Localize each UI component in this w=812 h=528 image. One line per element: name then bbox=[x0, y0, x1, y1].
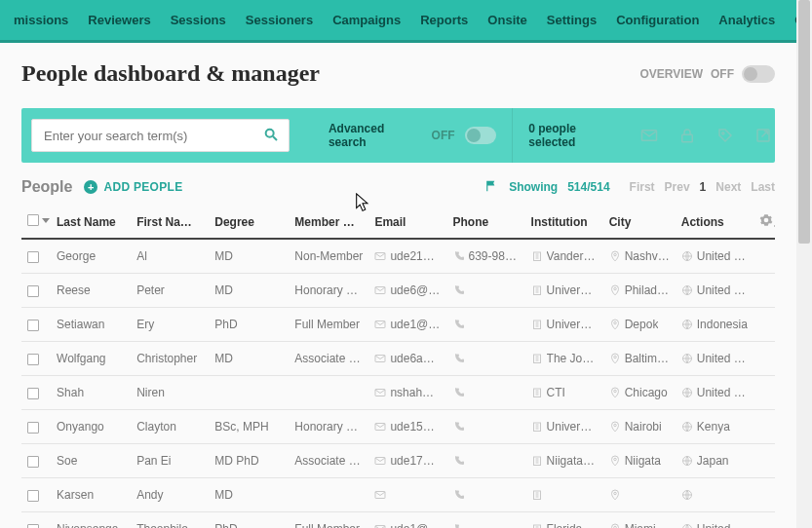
cell-first-name: Niren bbox=[131, 376, 209, 410]
svg-line-1 bbox=[273, 136, 277, 140]
svg-point-53 bbox=[613, 458, 616, 461]
col-header-member[interactable]: Member … bbox=[289, 206, 368, 239]
row-checkbox[interactable] bbox=[27, 251, 39, 263]
cell-country: United Sta… bbox=[676, 512, 754, 529]
cell-phone bbox=[447, 410, 525, 444]
pager-first[interactable]: First bbox=[630, 180, 655, 194]
svg-point-32 bbox=[613, 356, 616, 358]
row-checkbox[interactable] bbox=[27, 320, 39, 331]
table-row[interactable]: SoePan EiMD PhDAssociate me…ude17@m…Niig… bbox=[21, 444, 775, 478]
scrollbar-thumb[interactable] bbox=[798, 0, 810, 244]
row-checkbox-cell[interactable] bbox=[21, 376, 51, 410]
cell-gear-spacer bbox=[754, 342, 775, 376]
col-header-checkbox[interactable] bbox=[21, 206, 51, 239]
cell-institution-icon bbox=[531, 421, 543, 433]
col-header-email[interactable]: Email bbox=[368, 206, 446, 239]
search-input[interactable] bbox=[42, 128, 263, 144]
row-checkbox[interactable] bbox=[27, 490, 39, 502]
cell-first-name: Pan Ei bbox=[131, 444, 209, 478]
table-row[interactable]: SetiawanEryPhDFull Memberude1@ui.a…Unive… bbox=[21, 308, 775, 342]
cell-country bbox=[676, 478, 754, 512]
cell-city-icon bbox=[609, 523, 621, 528]
people-section-label: People bbox=[21, 178, 72, 196]
cell-first-name: Theophile bbox=[131, 512, 209, 529]
col-header-phone[interactable]: Phone bbox=[447, 206, 525, 239]
nav-item-campaigns[interactable]: Campaigns bbox=[323, 0, 410, 42]
row-checkbox-cell[interactable] bbox=[21, 274, 51, 308]
cell-email-icon bbox=[374, 523, 386, 528]
row-checkbox-cell[interactable] bbox=[21, 410, 51, 444]
cell-phone-icon bbox=[453, 250, 465, 262]
svg-point-25 bbox=[613, 321, 616, 324]
tag-selected-icon[interactable] bbox=[715, 124, 737, 147]
row-checkbox-cell[interactable] bbox=[21, 512, 51, 529]
nav-item-analytics[interactable]: Analytics bbox=[709, 0, 785, 42]
cell-city-icon bbox=[609, 455, 621, 467]
overview-toggle[interactable] bbox=[742, 65, 775, 83]
cell-member: Full Member bbox=[289, 308, 368, 342]
cell-country-icon bbox=[681, 421, 693, 433]
row-checkbox[interactable] bbox=[27, 388, 39, 399]
pager-next[interactable]: Next bbox=[715, 180, 741, 194]
cell-phone bbox=[447, 512, 525, 529]
mail-selected-icon[interactable] bbox=[638, 124, 661, 147]
cell-country: United Sta… bbox=[676, 239, 754, 274]
row-checkbox[interactable] bbox=[27, 456, 39, 468]
table-row[interactable]: GeorgeAlMDNon-Memberude21@va…639-984-5…V… bbox=[21, 239, 775, 274]
col-settings-gear[interactable] bbox=[754, 206, 775, 239]
cell-first-name: Ery bbox=[131, 308, 209, 342]
table-row[interactable]: WolfgangChristopherMDAssociate Me…ude6a@… bbox=[21, 342, 775, 376]
row-checkbox[interactable] bbox=[27, 422, 39, 434]
cell-institution-icon bbox=[531, 523, 543, 528]
search-icon[interactable] bbox=[263, 127, 279, 145]
row-checkbox-cell[interactable] bbox=[21, 308, 51, 342]
nav-item-reviewers[interactable]: Reviewers bbox=[78, 0, 160, 42]
nav-item-missions[interactable]: missions bbox=[4, 0, 78, 42]
col-header-actions[interactable]: Actions bbox=[676, 206, 754, 239]
svg-point-46 bbox=[613, 424, 616, 427]
nav-item-operation[interactable]: Operation bbox=[785, 0, 796, 42]
col-header-degree[interactable]: Degree bbox=[209, 206, 289, 239]
pager-last[interactable]: Last bbox=[751, 180, 775, 194]
search-box bbox=[31, 119, 290, 152]
row-checkbox[interactable] bbox=[27, 524, 39, 528]
row-checkbox-cell[interactable] bbox=[21, 342, 51, 376]
row-checkbox-cell[interactable] bbox=[21, 444, 51, 478]
cell-last-name: Niyonsenga bbox=[51, 512, 131, 529]
col-header-last-name[interactable]: Last Name bbox=[51, 206, 131, 239]
nav-item-settings[interactable]: Settings bbox=[537, 0, 606, 42]
row-checkbox[interactable] bbox=[27, 354, 39, 365]
row-checkbox-cell[interactable] bbox=[21, 478, 51, 512]
cell-member bbox=[289, 376, 368, 410]
table-row[interactable]: ShahNirennshah@co…CTIChicagoUnited Sta… bbox=[21, 376, 775, 410]
cell-email-icon bbox=[374, 353, 386, 364]
col-header-institution[interactable]: Institution bbox=[525, 206, 603, 239]
add-people-button[interactable]: + ADD PEOPLE bbox=[84, 180, 182, 194]
cell-degree bbox=[209, 376, 289, 410]
lock-selected-icon[interactable] bbox=[677, 124, 699, 147]
table-row[interactable]: NiyonsengaTheophilePhDFull Memberude1@fi… bbox=[21, 512, 775, 529]
nav-item-sessions[interactable]: Sessions bbox=[161, 0, 236, 42]
advanced-search-label[interactable]: Advanced search bbox=[329, 122, 422, 149]
cell-email-icon bbox=[374, 319, 386, 330]
cell-last-name: George bbox=[51, 239, 131, 274]
export-selected-icon[interactable] bbox=[753, 124, 775, 147]
row-checkbox[interactable] bbox=[27, 285, 39, 297]
advanced-search-toggle[interactable] bbox=[465, 127, 497, 144]
cell-gear-spacer bbox=[754, 410, 775, 444]
table-row[interactable]: KarsenAndyMD bbox=[21, 478, 775, 512]
cell-member: Honorary Me… bbox=[289, 274, 368, 308]
col-header-city[interactable]: City bbox=[603, 206, 676, 239]
nav-item-sessioners[interactable]: Sessioners bbox=[236, 0, 323, 42]
nav-item-onsite[interactable]: Onsite bbox=[478, 0, 536, 42]
col-header-first-name[interactable]: First Na… bbox=[131, 206, 209, 239]
pager-prev[interactable]: Prev bbox=[665, 180, 690, 194]
cell-degree: BSc, MPH bbox=[209, 410, 289, 444]
table-row[interactable]: OnyangoClaytonBSc, MPHHonorary Me…ude15@… bbox=[21, 410, 775, 444]
scrollbar-track[interactable] bbox=[796, 0, 812, 528]
row-checkbox-cell[interactable] bbox=[21, 239, 51, 274]
nav-item-reports[interactable]: Reports bbox=[410, 0, 478, 42]
nav-item-configuration[interactable]: Configuration bbox=[606, 0, 709, 42]
table-row[interactable]: ReesePeterMDHonorary Me…ude6@ipr…Univers… bbox=[21, 274, 775, 308]
cell-phone-icon bbox=[453, 319, 465, 330]
